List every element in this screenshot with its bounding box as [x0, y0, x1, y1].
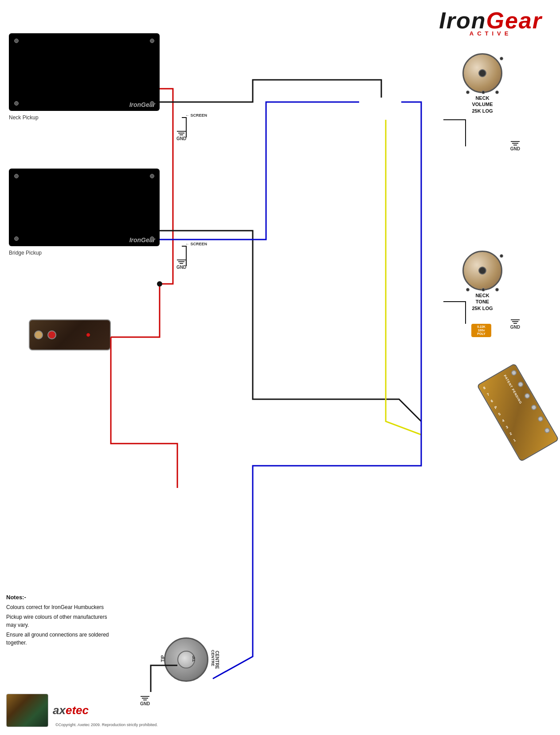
- tone-pot-lug-1: [466, 288, 470, 291]
- output-jack: TIP CENTRE: [164, 637, 208, 682]
- battery-led: [86, 333, 90, 337]
- switch-num-6: 6: [490, 399, 493, 403]
- capacitor: 0.22K100vPOLY: [471, 324, 491, 337]
- tone-pot-lug-4: [500, 254, 503, 258]
- logo-gear: Gear: [486, 8, 542, 33]
- axetec-ax: ax: [53, 704, 66, 717]
- switch-contact-1: [510, 369, 517, 376]
- switch-num-5: 5: [497, 412, 501, 417]
- gnd-neck-screen: GND: [176, 131, 186, 141]
- copyright-text: ©Copyright. Axetec 2009. Reproduction st…: [55, 723, 158, 727]
- switch-num-4: 4: [501, 418, 505, 423]
- pot-lug-1: [466, 90, 470, 94]
- switch-num-1: 1: [513, 438, 516, 443]
- logo-area: IronGear ACTIVE: [439, 9, 542, 37]
- screen-arrow-neck: ←: [185, 113, 191, 118]
- notes-title: Notes:-: [6, 594, 166, 601]
- switch-pending-label: PATENT PENDING: [503, 374, 522, 405]
- battery-positive: [34, 330, 43, 339]
- pickup-screw-bl: [14, 101, 19, 106]
- pot-lug-4: [500, 57, 503, 60]
- switch-num-7: 7: [486, 393, 490, 397]
- pickup-screw-br: [150, 101, 154, 106]
- axetec-brand-name: axetec: [53, 704, 89, 717]
- notes-line3: Ensure all ground connections are solder…: [6, 631, 166, 647]
- screen-arrow-bridge: ←: [185, 242, 191, 246]
- neck-vol-center: [478, 69, 486, 77]
- gnd-tone-pot: GND: [510, 319, 520, 330]
- jack-outer-ring: [164, 637, 208, 682]
- notes-line1: Colours correct for IronGear Humbuckers: [6, 603, 166, 611]
- logo-irongear: IronGear: [439, 9, 542, 32]
- tip-label-near-jack: TIP: [192, 656, 196, 662]
- svg-point-0: [157, 281, 162, 287]
- bridge-screw-tr: [150, 174, 154, 178]
- cap-body: 0.22K100vPOLY: [471, 324, 491, 337]
- battery-negative: [47, 330, 56, 339]
- bridge-pickup-label: Bridge Pickup: [9, 250, 42, 256]
- neck-vol-body: [462, 53, 502, 93]
- switch-num-3: 3: [505, 425, 509, 429]
- pickup-screw-tr: [150, 39, 154, 43]
- pickup-screw-tl: [14, 39, 19, 43]
- logo-iron: Iron: [439, 8, 486, 33]
- switch-num-p: P: [494, 405, 498, 410]
- gnd2-label: GND: [176, 265, 186, 270]
- tip-label: TIP: [161, 655, 165, 662]
- neck-tone-center: [478, 267, 486, 275]
- switch-contact-2: [517, 381, 524, 388]
- switch-contact-3: [524, 392, 531, 399]
- neck-pickup-label: Neck Pickup: [9, 114, 39, 121]
- neck-pickup: IronGear Neck Pickup: [9, 33, 160, 111]
- pot-lug-2: [482, 90, 485, 94]
- gnd-bridge-screen: GND: [176, 259, 186, 270]
- neck-tone-body: [462, 251, 502, 291]
- bridge-pickup: IronGear Bridge Pickup: [9, 169, 160, 246]
- switch-contact-4: [530, 404, 537, 411]
- tone-pot-lug-2: [482, 288, 485, 291]
- switch-contact-5: [537, 415, 544, 422]
- neck-tone-label: NECKTONE25K LOG: [472, 292, 493, 311]
- gnd-output-jack: GND: [140, 696, 150, 706]
- screen-label-bridge: ← SCREEN: [185, 242, 207, 246]
- bridge-screw-tl: [14, 174, 19, 178]
- three-way-switch: 8 7 6 P 5 4 3 2 1 PATENT PENDING: [496, 368, 540, 457]
- gnd3-label: GND: [510, 146, 520, 151]
- battery-holder: [29, 319, 111, 350]
- centre-label-near-jack: CENTRE: [211, 650, 215, 666]
- notes-line2: Pickup wire colours of other manufacture…: [6, 613, 166, 629]
- switch-body: 8 7 6 P 5 4 3 2 1 PATENT PENDING: [477, 363, 560, 462]
- screen-label-neck: ← SCREEN: [185, 113, 207, 118]
- notes-section: Notes:- Colours correct for IronGear Hum…: [6, 594, 166, 649]
- centre-label: CENTRE: [215, 651, 219, 669]
- axetec-footer: axetec: [6, 694, 89, 727]
- switch-contact-6: [544, 427, 551, 434]
- gnd5-label: GND: [140, 701, 150, 706]
- gnd-vol-pot: GND: [510, 141, 520, 151]
- gnd4-label: GND: [510, 325, 520, 330]
- neck-tone-pot: NECKTONE25K LOG: [462, 251, 502, 311]
- neck-volume-pot: NECKVOLUME25K LOG: [462, 53, 502, 114]
- bridge-screw-bl: [14, 236, 19, 241]
- neck-vol-label: NECKVOLUME25K LOG: [472, 95, 493, 114]
- switch-num-8: 8: [482, 386, 486, 390]
- switch-num-2: 2: [509, 432, 513, 436]
- tone-pot-lug-3: [495, 288, 499, 291]
- bridge-screw-br: [150, 236, 154, 241]
- gnd1-label: GND: [176, 136, 186, 141]
- pot-lug-3: [495, 90, 499, 94]
- axetec-etec: etec: [66, 704, 89, 717]
- axetec-thumbnail: [6, 694, 48, 727]
